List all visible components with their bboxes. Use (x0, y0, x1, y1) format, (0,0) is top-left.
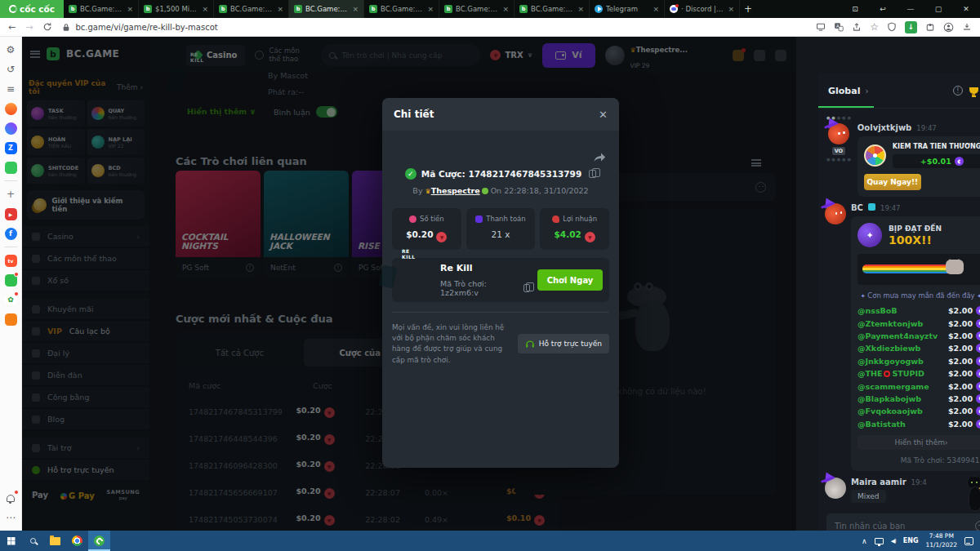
avatar[interactable] (825, 203, 846, 224)
winner-name[interactable]: @Ztemktonjwb (858, 319, 948, 328)
browser-tab[interactable]: Telegram × (590, 0, 665, 18)
new-tab-button[interactable]: + (740, 0, 756, 18)
gift-icon[interactable] (4, 273, 17, 287)
chat-username[interactable]: BC (851, 203, 863, 212)
tab-search-icon[interactable]: ⊡ (841, 5, 869, 13)
tab-close-icon[interactable]: × (577, 5, 584, 13)
action-center-icon[interactable] (964, 537, 973, 545)
minimize-button[interactable]: — (897, 5, 924, 13)
add-icon[interactable]: + (4, 188, 17, 201)
avatar[interactable] (825, 478, 846, 499)
browser-tab[interactable]: BC.Game: Crypto × (514, 0, 590, 18)
more-icon[interactable]: ⋯ (4, 511, 17, 524)
close-button[interactable]: ✕ (952, 5, 980, 13)
browser-menu-icon[interactable]: ↩ (869, 5, 897, 13)
tab-close-icon[interactable]: × (653, 5, 659, 13)
rain-game-code-link[interactable]: Mã Trò chơi: 5349941 › (858, 456, 980, 464)
extension-icon[interactable] (925, 22, 935, 32)
zalo-icon[interactable]: Z (4, 141, 17, 154)
taskbar-clock[interactable]: 7:48 PM 11/1/2022 (926, 532, 957, 549)
browser-tab[interactable]: BC.Game: Crypto × (64, 0, 139, 18)
browser-tab[interactable]: BC.Game: Crypto × (439, 0, 514, 18)
browser-tab[interactable]: BC.Game: Crypto × (289, 0, 364, 18)
trophy-icon[interactable] (969, 87, 978, 94)
winner-name[interactable]: @Xkdiezbiewb (858, 344, 948, 353)
bookmark-star-icon[interactable]: ☆ (870, 21, 879, 33)
garden-icon[interactable]: ✿ (4, 293, 17, 306)
messenger-icon[interactable] (4, 122, 17, 135)
browser-tab[interactable]: BC.Game: Crypto × (214, 0, 289, 18)
file-explorer-icon[interactable] (44, 531, 66, 551)
copy-icon[interactable] (523, 284, 530, 292)
chat-username[interactable]: Maira aamir (851, 478, 906, 487)
winner-name[interactable]: @nssBoB (858, 306, 948, 315)
forward-icon[interactable]: → (25, 22, 33, 33)
input-language[interactable]: ENG (903, 537, 919, 544)
share-icon[interactable] (852, 22, 862, 32)
youtube-icon[interactable]: ▶ (4, 207, 17, 220)
chat-header: Global › ! × (818, 73, 980, 109)
newsfeed-icon[interactable]: ≡ (4, 82, 17, 96)
save-page-icon[interactable] (816, 22, 826, 32)
coccoc-taskbar-icon[interactable] (88, 531, 110, 551)
downloads-tray-icon[interactable] (962, 22, 972, 32)
tab-close-icon[interactable]: × (202, 5, 208, 13)
facebook-icon[interactable]: f (4, 227, 17, 240)
play-now-button[interactable]: Chơi Ngay (537, 269, 603, 291)
translate-icon[interactable]: A (834, 22, 844, 32)
chat-username[interactable]: Oolvjxtkjwb (858, 123, 911, 132)
browser-tab[interactable]: BC.Game: Crypto × (364, 0, 439, 18)
emoji-icon[interactable] (975, 521, 980, 531)
tab-close-icon[interactable]: × (277, 5, 283, 13)
hot-icon[interactable] (4, 102, 17, 115)
winner-name[interactable]: @scammergame (858, 382, 948, 391)
network-icon[interactable] (875, 538, 884, 544)
tab-close-icon[interactable]: × (427, 5, 434, 13)
maximize-button[interactable]: ▢ (924, 5, 952, 13)
download-manager-icon[interactable]: ↓ (905, 21, 917, 33)
back-icon[interactable]: ← (8, 22, 16, 33)
browser-tab[interactable]: $1,500 Midweek × (139, 0, 214, 18)
url-field[interactable]: bc.game/vi/game/re-kill-by-mascot (62, 23, 806, 32)
reload-icon[interactable] (42, 22, 52, 32)
chat-message-input[interactable] (835, 522, 969, 531)
winner-name[interactable]: @Blapkabojwb (858, 394, 948, 403)
coin-rain-card[interactable]: ✦ BỊP ĐẠT ĐẾN 100X!! ✦ Cơn mưa may mắ (851, 216, 980, 471)
tv-icon[interactable]: tv (4, 254, 17, 267)
spin-now-button[interactable]: Quay Ngay!! (864, 174, 921, 190)
browser-tab[interactable]: · Discord | #m × (665, 0, 740, 18)
chat-room-name[interactable]: Global (828, 86, 860, 96)
volume-icon[interactable]: ◀) (891, 538, 896, 544)
chevron-right-icon[interactable]: › (865, 87, 868, 96)
show-more-button[interactable]: Hiển thị thêm › (858, 435, 980, 450)
tab-close-icon[interactable]: × (728, 5, 734, 13)
games-icon[interactable] (4, 161, 17, 174)
browser-logo[interactable]: cốc cốc (0, 0, 64, 18)
share-icon[interactable] (593, 150, 606, 166)
shield-icon[interactable] (887, 22, 897, 32)
start-button[interactable] (0, 531, 22, 551)
tab-close-icon[interactable]: × (127, 5, 133, 13)
winner-name[interactable]: @Batistath (858, 420, 948, 429)
bet-username[interactable]: Thespectre (431, 186, 480, 195)
modal-close-icon[interactable]: ✕ (599, 109, 608, 121)
settings-icon[interactable]: ⚙ (4, 43, 17, 56)
tab-close-icon[interactable]: × (352, 5, 359, 13)
winner-name[interactable]: @Payment4nayztv (858, 331, 948, 340)
history-icon[interactable]: ↺ (4, 63, 17, 76)
profile-icon[interactable] (943, 22, 954, 33)
tab-close-icon[interactable]: × (502, 5, 509, 13)
winner-name[interactable]: @Fvqokoaojwb (858, 407, 948, 415)
lucky-spin-card[interactable]: KIẾM TRA TIỀN THƯỞNG VÒNG QU +$0.01¢ Qua… (858, 136, 980, 197)
chat-rules-icon[interactable]: ! (953, 86, 963, 96)
taskbar-search-icon[interactable] (22, 531, 44, 551)
copy-icon[interactable] (589, 170, 596, 178)
winner-name[interactable]: @THESTUPID (858, 369, 948, 378)
avatar[interactable] (828, 123, 849, 144)
hidden-icons-chevron[interactable]: ∧ (862, 537, 867, 545)
notifications-icon[interactable] (4, 491, 17, 504)
cart-icon[interactable] (4, 313, 17, 326)
chrome-icon[interactable] (66, 531, 88, 551)
live-support-button[interactable]: Hỗ trợ trực tuyến (518, 334, 609, 353)
winner-name[interactable]: @Jnkkgoyogwb (858, 357, 948, 366)
